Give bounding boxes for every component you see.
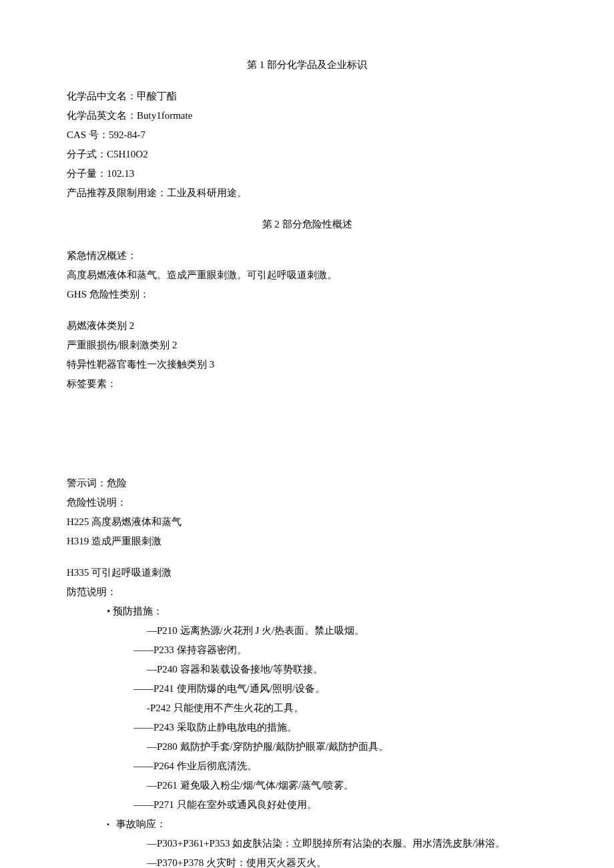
response-title: 事故响应： (67, 815, 547, 833)
prevention-item: -P242 只能使用不产生火花的工具。 (67, 699, 547, 717)
ghs-classes: 易燃液体类别 2 严重眼损伤/眼刺激类别 2 特异性靶器官毒性一次接触类别 3 … (67, 317, 547, 393)
prevention-item: ——P241 使用防爆的电气/通风/照明/设备。 (67, 680, 547, 698)
emergency-text: 高度易燃液体和蒸气。造成严重眼刺激。可引起呼吸道刺激。 (67, 266, 547, 284)
prevention-item: —P280 戴防护手套/穿防护服/戴防护眼罩/戴防护面具。 (67, 738, 547, 756)
signal-hazard-block: 警示词：危险 危险性说明： H225 高度易燃液体和蒸气 H319 造成严重眼刺… (67, 474, 547, 550)
emergency-overview: 紧急情况概述： 高度易燃液体和蒸气。造成严重眼刺激。可引起呼吸道刺激。 GHS … (67, 247, 547, 304)
hazard-statement: H225 高度易燃液体和蒸气 (67, 513, 547, 531)
prevention-item: —P240 容器和装载设备接地/等势联接。 (67, 661, 547, 679)
hazard-statement: H335 可引起呼吸道刺激 (67, 564, 547, 582)
ghs-label: GHS 危险性类别： (67, 286, 547, 304)
prevention-item: —P210 远离热源/火花刑 J 火/热表面。禁止吸烟。 (67, 622, 547, 640)
section-1-body: 化学品中文名：甲酸丁酯 化学品英文名：Buty1formate CAS 号：59… (67, 87, 547, 202)
section-1-title: 第 1 部分化学品及企业标识 (67, 56, 547, 74)
label-elements: 标签要素： (67, 375, 547, 393)
section-2-title: 第 2 部分危险性概述 (67, 215, 547, 234)
prevention-item: —P261 避免吸入粉尘/烟/气体/烟雾/蒸气/喷雾。 (67, 777, 547, 795)
prevention-item: ——P233 保持容器密闭。 (67, 641, 547, 659)
signal-word: 警示词：危险 (67, 474, 547, 492)
chem-name-en: 化学品英文名：Buty1formate (67, 107, 547, 125)
molecular-weight: 分子量：102.13 (67, 165, 547, 183)
molecular-formula: 分子式：C5H10O2 (67, 145, 547, 163)
cas-number: CAS 号：592-84-7 (67, 126, 547, 144)
pictogram-placeholder (67, 406, 547, 473)
ghs-class-item: 易燃液体类别 2 (67, 317, 547, 335)
ghs-class-item: 严重眼损伤/眼刺激类别 2 (67, 336, 547, 354)
prevention-item: ——P264 作业后彻底清洗。 (67, 757, 547, 775)
response-item: —P303+P361+P353 如皮肤沾染：立即脱掉所有沾染的衣服。用水清洗皮肤… (67, 835, 547, 853)
response-item: —P370+P378 火灾时：使用灭火器灭火。 (67, 854, 547, 868)
ghs-class-item: 特异性靶器官毒性一次接触类别 3 (67, 356, 547, 374)
prevention-item: ——P271 只能在室外或通风良好处使用。 (67, 796, 547, 814)
prevention-title: 预防措施： (67, 602, 547, 620)
precaution-label: 防范说明： (67, 583, 547, 601)
prevention-item: ——P243 采取防止静电放电的措施。 (67, 719, 547, 737)
hazard-label: 危险性说明： (67, 494, 547, 512)
usage: 产品推荐及限制用途：工业及科研用途。 (67, 184, 547, 202)
chem-name-cn: 化学品中文名：甲酸丁酯 (67, 87, 547, 105)
hazard-precaution-block: H335 可引起呼吸道刺激 防范说明： 预防措施： —P210 远离热源/火花刑… (67, 564, 547, 868)
emergency-label: 紧急情况概述： (67, 247, 547, 265)
hazard-statement: H319 造成严重眼刺激 (67, 532, 547, 550)
